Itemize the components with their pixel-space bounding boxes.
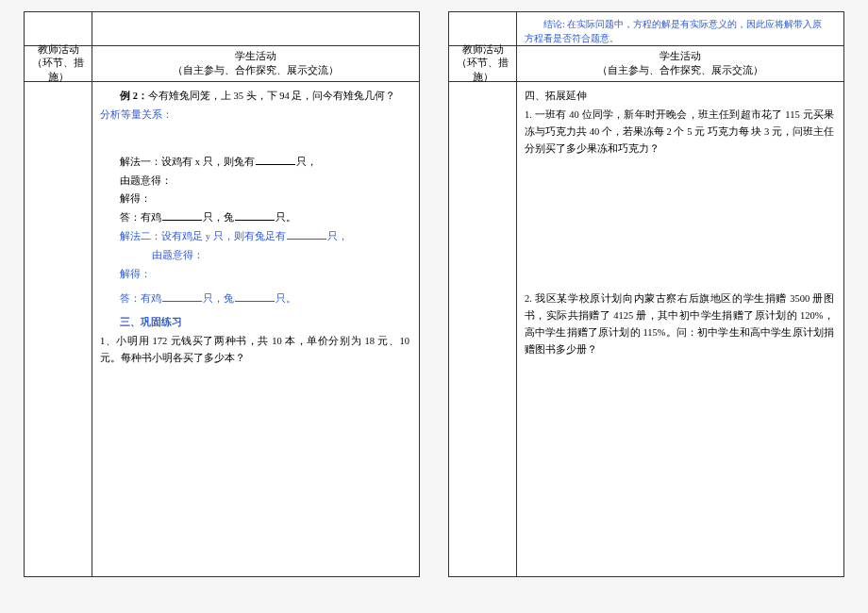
analyze-label: 分析等量关系： [100,107,409,124]
q1-left: 1、小明用 172 元钱买了两种书，共 10 本，单价分别为 18 元、10 元… [100,333,409,367]
gap [100,125,409,154]
teacher-line1-r: 教师活动 [451,43,514,57]
method2: 解法二：设有鸡足 y 只，则有兔足有只， [100,228,409,245]
solve-label2: 解得： [100,266,409,283]
blank [287,230,326,240]
student-line2: （自主参与、合作探究、展示交流） [92,64,419,77]
left-top-right [92,16,411,41]
left-page: 教师活动 （环节、措施） 学生活动 （自主参与、合作探究、展示交流） 例 2：今… [24,11,420,577]
method2-label: 解法二： [120,231,161,241]
blank [235,211,275,221]
student-header-r: 学生活动 （自主参与、合作探究、展示交流） [517,46,843,81]
method1-label: 解法一： [120,157,161,167]
method2-a: 设有鸡足 y 只，则有兔足有 [161,231,286,241]
ans2-suffix: 只。 [275,293,296,304]
by-problem2: 由题意得： [100,247,409,264]
student-header: 学生活动 （自主参与、合作探究、展示交流） [92,46,419,81]
left-top-left [25,12,92,45]
teacher-header-r: 教师活动 （环节、措施） [449,46,517,81]
right-top-left [449,12,517,45]
right-top-cell: 结论: 在实际问题中，方程的解是有实际意义的，因此应将解带入原方程看是否符合题意… [449,12,843,46]
left-body-left [25,82,92,576]
ans2-mid: 只，兔 [203,293,234,304]
example2: 例 2：今有雉兔同笼，上 35 头，下 94 足，问今有雉兔几何？ [100,88,409,105]
student-line2-r: （自主参与、合作探究、展示交流） [517,64,843,77]
right-page: 结论: 在实际问题中，方程的解是有实际意义的，因此应将解带入原方程看是否符合题意… [448,11,844,577]
left-header-row: 教师活动 （环节、措施） 学生活动 （自主参与、合作探究、展示交流） [25,46,419,82]
blank [256,156,295,165]
teacher-line1: 教师活动 [26,43,90,57]
ans-suffix: 只。 [275,212,296,223]
method1: 解法一：设鸡有 x 只，则兔有只， [100,154,409,171]
blank [162,211,202,221]
right-header-row: 教师活动 （环节、措施） 学生活动 （自主参与、合作探究、展示交流） [449,46,843,82]
answer2: 答：有鸡只，兔只。 [100,290,409,307]
right-body-right: 四、拓展延伸 1. 一班有 40 位同学，新年时开晚会，班主任到超市花了 115… [517,82,843,576]
gap [525,158,834,290]
q2-right: 2. 我区某学校原计划向内蒙古察右后旗地区的学生捐赠 3500 册图书，实际共捐… [525,290,834,357]
ans2-prefix: 答：有鸡 [120,293,161,304]
answer1: 答：有鸡只，兔只。 [100,209,409,226]
blank [162,292,202,302]
method1-b: 只， [296,157,317,167]
left-body-right: 例 2：今有雉兔同笼，上 35 头，下 94 足，问今有雉兔几何？ 分析等量关系… [92,82,419,576]
conclusion: 结论: 在实际问题中，方程的解是有实际意义的，因此应将解带入原方程看是否符合题意… [517,16,836,41]
section4: 四、拓展延伸 [525,88,834,105]
example2-text: 今有雉兔同笼，上 35 头，下 94 足，问今有雉兔几何？ [148,91,396,101]
by-problem: 由题意得： [100,173,409,190]
ans-mid: 只，兔 [203,212,234,223]
method1-a: 设鸡有 x 只，则兔有 [161,157,255,167]
solve-label: 解得： [100,191,409,207]
ans-prefix: 答：有鸡 [120,212,161,223]
student-line1: 学生活动 [92,50,419,63]
student-line1-r: 学生活动 [517,50,843,63]
section3: 三、巩固练习 [100,314,409,331]
q1-right: 1. 一班有 40 位同学，新年时开晚会，班主任到超市花了 115 元买果冻与巧… [525,107,834,157]
left-top-cell [25,12,419,46]
blank [235,292,275,302]
right-body: 四、拓展延伸 1. 一班有 40 位同学，新年时开晚会，班主任到超市花了 115… [449,82,843,576]
teacher-line2: （环节、措施） [26,57,90,83]
method2-b: 只， [327,231,348,241]
teacher-line2-r: （环节、措施） [451,57,514,83]
right-body-left [449,82,517,576]
teacher-header: 教师活动 （环节、措施） [25,46,92,81]
example2-label: 例 2： [120,91,148,101]
left-body: 例 2：今有雉兔同笼，上 35 头，下 94 足，问今有雉兔几何？ 分析等量关系… [25,82,419,576]
